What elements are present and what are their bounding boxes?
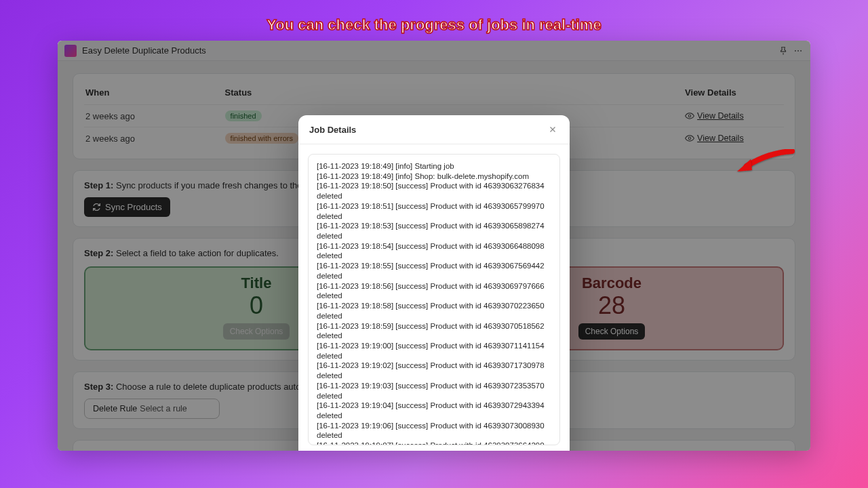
promo-banner: You can check the progress of jobs in re… xyxy=(267,16,601,34)
job-details-modal: Job Details [16-11-2023 19:18:49] [info]… xyxy=(298,115,570,451)
modal-close-icon[interactable] xyxy=(547,123,559,136)
app-window: Easy Delete Duplicate Products When Stat… xyxy=(58,41,810,451)
modal-overlay[interactable]: Job Details [16-11-2023 19:18:49] [info]… xyxy=(58,41,810,451)
log-output[interactable]: [16-11-2023 19:18:49] [info] Starting jo… xyxy=(308,154,560,445)
modal-title: Job Details xyxy=(309,125,547,135)
